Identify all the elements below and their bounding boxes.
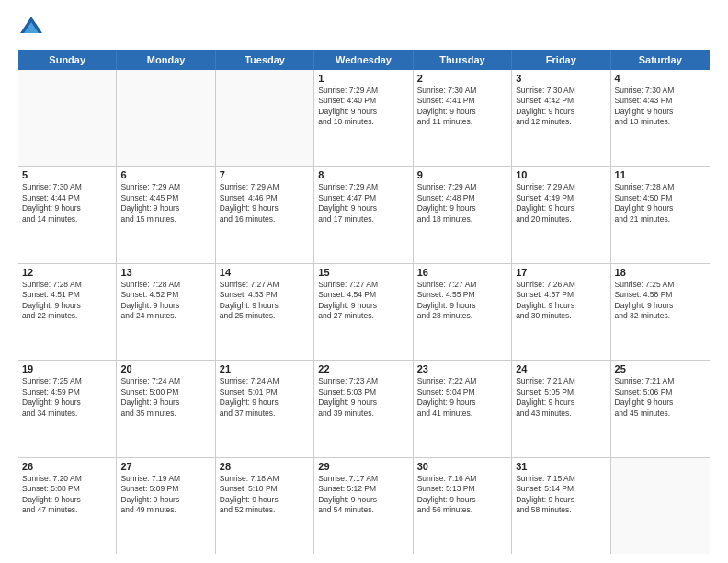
day-cell-19: 19Sunrise: 7:25 AM Sunset: 4:59 PM Dayli… (18, 361, 117, 456)
day-cell-23: 23Sunrise: 7:22 AM Sunset: 5:04 PM Dayli… (414, 361, 512, 456)
day-cell-3: 3Sunrise: 7:30 AM Sunset: 4:42 PM Daylig… (512, 70, 610, 166)
calendar-body: 1Sunrise: 7:29 AM Sunset: 4:40 PM Daylig… (18, 70, 710, 554)
day-cell-2: 2Sunrise: 7:30 AM Sunset: 4:41 PM Daylig… (414, 70, 512, 166)
day-number: 16 (417, 267, 507, 278)
day-cell-11: 11Sunrise: 7:28 AM Sunset: 4:50 PM Dayli… (611, 167, 710, 262)
day-cell-24: 24Sunrise: 7:21 AM Sunset: 5:05 PM Dayli… (512, 361, 610, 456)
day-number: 25 (615, 363, 706, 374)
cell-info: Sunrise: 7:27 AM Sunset: 4:54 PM Dayligh… (318, 280, 408, 322)
cell-info: Sunrise: 7:27 AM Sunset: 4:53 PM Dayligh… (220, 280, 310, 322)
day-number: 7 (220, 169, 310, 180)
empty-cell (18, 70, 117, 166)
cell-info: Sunrise: 7:24 AM Sunset: 5:01 PM Dayligh… (220, 376, 310, 419)
cell-info: Sunrise: 7:24 AM Sunset: 5:00 PM Dayligh… (120, 376, 210, 419)
day-number: 22 (318, 363, 408, 374)
cell-info: Sunrise: 7:29 AM Sunset: 4:49 PM Dayligh… (516, 182, 606, 224)
day-number: 19 (22, 363, 112, 374)
cell-info: Sunrise: 7:26 AM Sunset: 4:57 PM Dayligh… (516, 280, 606, 322)
calendar-row-0: 1Sunrise: 7:29 AM Sunset: 4:40 PM Daylig… (18, 70, 710, 167)
day-cell-7: 7Sunrise: 7:29 AM Sunset: 4:46 PM Daylig… (216, 167, 314, 262)
day-number: 11 (615, 169, 706, 180)
header (18, 15, 710, 40)
logo-icon (18, 15, 44, 40)
day-cell-14: 14Sunrise: 7:27 AM Sunset: 4:53 PM Dayli… (216, 264, 314, 360)
cell-info: Sunrise: 7:29 AM Sunset: 4:48 PM Dayligh… (417, 182, 507, 224)
day-number: 13 (120, 267, 210, 278)
day-cell-28: 28Sunrise: 7:18 AM Sunset: 5:10 PM Dayli… (216, 458, 314, 554)
day-cell-4: 4Sunrise: 7:30 AM Sunset: 4:43 PM Daylig… (611, 70, 710, 166)
empty-cell (117, 70, 215, 166)
day-cell-22: 22Sunrise: 7:23 AM Sunset: 5:03 PM Dayli… (314, 361, 413, 456)
cell-info: Sunrise: 7:28 AM Sunset: 4:52 PM Dayligh… (120, 280, 210, 322)
cell-info: Sunrise: 7:30 AM Sunset: 4:44 PM Dayligh… (22, 182, 112, 224)
cell-info: Sunrise: 7:20 AM Sunset: 5:08 PM Dayligh… (22, 474, 112, 516)
cell-info: Sunrise: 7:28 AM Sunset: 4:50 PM Dayligh… (615, 182, 706, 224)
day-cell-8: 8Sunrise: 7:29 AM Sunset: 4:47 PM Daylig… (314, 167, 413, 262)
day-number: 10 (516, 169, 606, 180)
calendar-row-1: 5Sunrise: 7:30 AM Sunset: 4:44 PM Daylig… (18, 167, 710, 263)
day-cell-6: 6Sunrise: 7:29 AM Sunset: 4:45 PM Daylig… (117, 167, 215, 262)
day-cell-12: 12Sunrise: 7:28 AM Sunset: 4:51 PM Dayli… (18, 264, 117, 360)
day-cell-29: 29Sunrise: 7:17 AM Sunset: 5:12 PM Dayli… (314, 458, 413, 554)
cell-info: Sunrise: 7:29 AM Sunset: 4:46 PM Dayligh… (220, 182, 310, 224)
day-cell-31: 31Sunrise: 7:15 AM Sunset: 5:14 PM Dayli… (512, 458, 610, 554)
header-day-sunday: Sunday (18, 50, 117, 70)
day-cell-21: 21Sunrise: 7:24 AM Sunset: 5:01 PM Dayli… (216, 361, 314, 456)
cell-info: Sunrise: 7:22 AM Sunset: 5:04 PM Dayligh… (417, 376, 507, 419)
cell-info: Sunrise: 7:21 AM Sunset: 5:06 PM Dayligh… (615, 376, 706, 419)
day-cell-18: 18Sunrise: 7:25 AM Sunset: 4:58 PM Dayli… (611, 264, 710, 360)
cell-info: Sunrise: 7:27 AM Sunset: 4:55 PM Dayligh… (417, 280, 507, 322)
day-number: 31 (516, 461, 606, 472)
day-number: 30 (417, 461, 507, 472)
day-number: 9 (417, 169, 507, 180)
day-cell-30: 30Sunrise: 7:16 AM Sunset: 5:13 PM Dayli… (414, 458, 512, 554)
header-day-wednesday: Wednesday (314, 50, 413, 70)
day-number: 14 (220, 267, 310, 278)
cell-info: Sunrise: 7:30 AM Sunset: 4:43 PM Dayligh… (615, 86, 706, 128)
day-number: 1 (318, 73, 408, 84)
day-number: 23 (417, 363, 507, 374)
day-cell-10: 10Sunrise: 7:29 AM Sunset: 4:49 PM Dayli… (512, 167, 610, 262)
header-day-tuesday: Tuesday (216, 50, 314, 70)
day-cell-9: 9Sunrise: 7:29 AM Sunset: 4:48 PM Daylig… (414, 167, 512, 262)
day-cell-27: 27Sunrise: 7:19 AM Sunset: 5:09 PM Dayli… (117, 458, 215, 554)
cell-info: Sunrise: 7:15 AM Sunset: 5:14 PM Dayligh… (516, 474, 606, 516)
cell-info: Sunrise: 7:25 AM Sunset: 4:58 PM Dayligh… (615, 280, 706, 322)
day-number: 15 (318, 267, 408, 278)
day-cell-17: 17Sunrise: 7:26 AM Sunset: 4:57 PM Dayli… (512, 264, 610, 360)
day-number: 24 (516, 363, 606, 374)
day-cell-25: 25Sunrise: 7:21 AM Sunset: 5:06 PM Dayli… (611, 361, 710, 456)
calendar-row-3: 19Sunrise: 7:25 AM Sunset: 4:59 PM Dayli… (18, 361, 710, 457)
day-cell-16: 16Sunrise: 7:27 AM Sunset: 4:55 PM Dayli… (414, 264, 512, 360)
cell-info: Sunrise: 7:17 AM Sunset: 5:12 PM Dayligh… (318, 474, 408, 516)
cell-info: Sunrise: 7:29 AM Sunset: 4:40 PM Dayligh… (318, 86, 408, 128)
header-day-monday: Monday (117, 50, 215, 70)
calendar: SundayMondayTuesdayWednesdayThursdayFrid… (18, 50, 710, 554)
cell-info: Sunrise: 7:18 AM Sunset: 5:10 PM Dayligh… (220, 474, 310, 516)
day-number: 28 (220, 461, 310, 472)
day-number: 4 (615, 73, 706, 84)
page: SundayMondayTuesdayWednesdayThursdayFrid… (0, 0, 728, 563)
cell-info: Sunrise: 7:29 AM Sunset: 4:47 PM Dayligh… (318, 182, 408, 224)
cell-info: Sunrise: 7:23 AM Sunset: 5:03 PM Dayligh… (318, 376, 408, 419)
day-number: 3 (516, 73, 606, 84)
header-day-saturday: Saturday (611, 50, 710, 70)
day-number: 27 (120, 461, 210, 472)
calendar-row-2: 12Sunrise: 7:28 AM Sunset: 4:51 PM Dayli… (18, 264, 710, 361)
day-cell-13: 13Sunrise: 7:28 AM Sunset: 4:52 PM Dayli… (117, 264, 215, 360)
header-day-thursday: Thursday (414, 50, 512, 70)
cell-info: Sunrise: 7:25 AM Sunset: 4:59 PM Dayligh… (22, 376, 112, 419)
empty-cell (216, 70, 314, 166)
day-number: 17 (516, 267, 606, 278)
day-number: 29 (318, 461, 408, 472)
day-cell-20: 20Sunrise: 7:24 AM Sunset: 5:00 PM Dayli… (117, 361, 215, 456)
day-cell-26: 26Sunrise: 7:20 AM Sunset: 5:08 PM Dayli… (18, 458, 117, 554)
day-number: 18 (615, 267, 706, 278)
day-number: 26 (22, 461, 112, 472)
cell-info: Sunrise: 7:19 AM Sunset: 5:09 PM Dayligh… (120, 474, 210, 516)
calendar-row-4: 26Sunrise: 7:20 AM Sunset: 5:08 PM Dayli… (18, 458, 710, 554)
cell-info: Sunrise: 7:28 AM Sunset: 4:51 PM Dayligh… (22, 280, 112, 322)
day-number: 6 (120, 169, 210, 180)
cell-info: Sunrise: 7:29 AM Sunset: 4:45 PM Dayligh… (120, 182, 210, 224)
day-number: 20 (120, 363, 210, 374)
